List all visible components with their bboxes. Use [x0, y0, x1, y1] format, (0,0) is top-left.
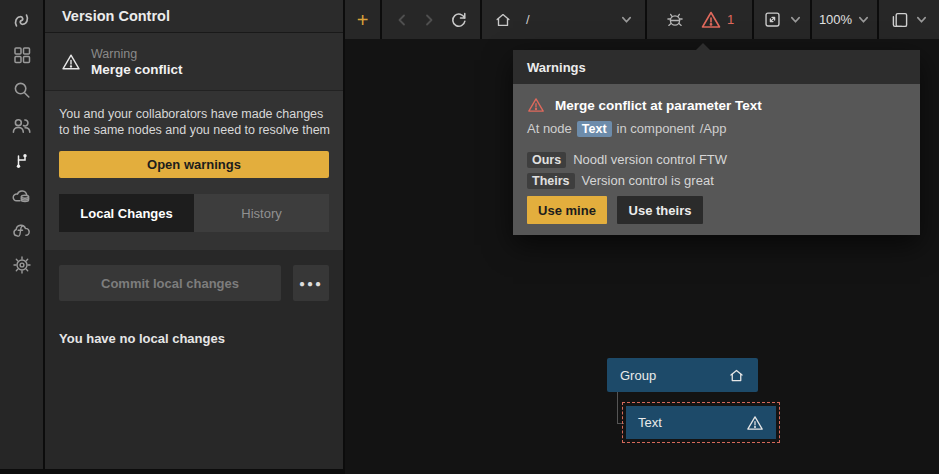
nav-forward-button[interactable]: [422, 13, 436, 27]
chevron-down-icon: [620, 13, 633, 26]
conflict-location-middle: in component: [617, 121, 695, 136]
commit-local-changes-button[interactable]: Commit local changes: [59, 265, 281, 301]
warning-triangle-icon: [700, 9, 722, 31]
text-node[interactable]: Text: [626, 406, 776, 439]
gear-icon: [12, 255, 32, 275]
sidebar-item-cloud-services[interactable]: [11, 184, 33, 206]
ours-chip: Ours: [527, 152, 566, 168]
viewport-size-dropdown[interactable]: [890, 10, 928, 30]
popup-title: Warnings: [513, 50, 920, 84]
warning-count-badge: 1: [727, 12, 734, 27]
panel-tabs: Local Changes History: [59, 194, 329, 232]
use-theirs-button[interactable]: Use theirs: [617, 196, 703, 224]
search-icon: [12, 80, 32, 100]
sidebar-item-search[interactable]: [11, 79, 33, 101]
preview-options-dropdown[interactable]: [789, 13, 802, 26]
chevron-down-icon: [915, 13, 928, 26]
ours-value: Noodl version control FTW: [573, 152, 727, 167]
conflict-component-path: /App: [700, 121, 727, 136]
noodl-logo-icon: [11, 10, 32, 31]
refresh-button[interactable]: [449, 10, 468, 29]
sidebar-item-settings[interactable]: [11, 254, 33, 276]
tab-history[interactable]: History: [194, 194, 329, 232]
debug-inspector-button[interactable]: [665, 10, 685, 30]
chevron-down-icon: [789, 13, 802, 26]
warnings-popup: Warnings Merge conflict at parameter Tex…: [513, 50, 920, 235]
theirs-value: Version control is great: [582, 173, 714, 188]
sidebar-item-collaborators[interactable]: [11, 114, 33, 136]
text-node-label: Text: [638, 415, 662, 430]
sidebar-item-cloud-functions[interactable]: [11, 219, 33, 241]
nav-back-button[interactable]: [395, 13, 409, 27]
users-icon: [11, 115, 32, 136]
warning-triangle-icon: [527, 96, 545, 114]
warning-triangle-icon: [61, 52, 81, 72]
bug-icon: [665, 10, 685, 30]
warnings-button[interactable]: 1: [700, 9, 734, 31]
no-local-changes-message: You have no local changes: [59, 331, 329, 346]
home-icon: [728, 367, 745, 384]
component-path-label: /: [526, 12, 530, 27]
component-path-dropdown[interactable]: /: [494, 11, 633, 29]
git-branch-icon: [12, 150, 32, 170]
zoom-level-label: 100%: [819, 12, 852, 27]
home-icon: [494, 11, 512, 29]
popup-pointer: [695, 43, 711, 51]
theirs-chip: Theirs: [527, 173, 575, 189]
open-preview-button[interactable]: [763, 10, 782, 29]
group-node-label: Group: [620, 368, 656, 383]
warning-title: Merge conflict: [91, 62, 183, 77]
refresh-icon: [449, 10, 468, 29]
warning-label: Warning: [91, 47, 183, 61]
text-node-selection-outline[interactable]: Text: [622, 402, 780, 443]
chevron-down-icon: [857, 13, 870, 26]
group-node[interactable]: Group: [607, 358, 758, 392]
merge-conflict-banner: Warning Merge conflict: [45, 33, 343, 91]
local-changes-content: Commit local changes ●●● You have no loc…: [45, 250, 343, 469]
preview-toolbar: +: [345, 0, 939, 39]
open-warnings-button[interactable]: Open warnings: [59, 151, 329, 178]
tab-local-changes[interactable]: Local Changes: [59, 194, 194, 232]
chevron-left-icon: [395, 13, 409, 27]
sidebar-item-logo[interactable]: [11, 9, 33, 31]
plus-icon: +: [357, 10, 369, 30]
conflict-location-prefix: At node: [527, 121, 572, 136]
add-node-button[interactable]: +: [357, 10, 369, 30]
sidebar-item-components[interactable]: [11, 44, 33, 66]
viewport-icon: [890, 10, 910, 30]
zoom-level-dropdown[interactable]: 100%: [819, 12, 870, 27]
conflict-description: You and your collaborators have made cha…: [59, 107, 335, 138]
sidebar-item-version-control[interactable]: [11, 149, 33, 171]
more-options-button[interactable]: ●●●: [293, 265, 329, 301]
grid-icon: [12, 45, 32, 65]
conflict-node-chip[interactable]: Text: [577, 121, 612, 137]
expand-icon: [763, 10, 782, 29]
panel-title: Version Control: [45, 0, 343, 33]
cloud-function-icon: [11, 220, 32, 241]
cloud-database-icon: [11, 185, 32, 206]
use-mine-button[interactable]: Use mine: [527, 196, 607, 224]
app-sidebar: [0, 0, 43, 469]
conflict-title: Merge conflict at parameter Text: [555, 98, 762, 113]
version-control-panel: Version Control Warning Merge conflict Y…: [45, 0, 343, 469]
warning-triangle-icon: [746, 414, 764, 432]
chevron-right-icon: [422, 13, 436, 27]
